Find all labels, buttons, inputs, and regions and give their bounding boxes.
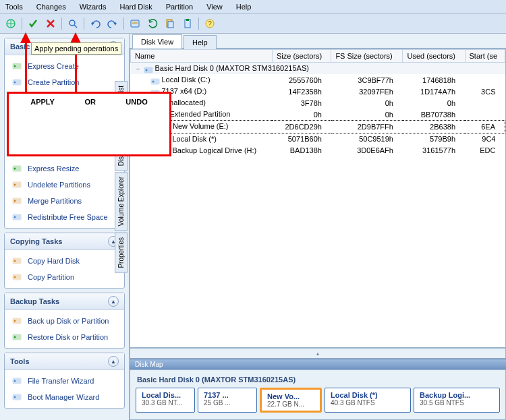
task-express-create[interactable]: Express Create: [5, 58, 124, 74]
partition-row[interactable]: 7137 x64 (D:) 14F2358h 32097FEh 1D174A7h…: [131, 86, 505, 97]
tb-btn-a[interactable]: [127, 16, 143, 32]
tb-btn-c[interactable]: [162, 16, 178, 32]
disk-map-block[interactable]: 7137 ...25 GB ...: [198, 388, 257, 413]
menu-view[interactable]: View: [204, 1, 225, 12]
tb-btn-b[interactable]: [144, 16, 161, 32]
task-express-resize[interactable]: Express Resize: [5, 160, 124, 177]
disk-map-header: Disk Map: [130, 359, 506, 369]
svg-point-28: [14, 336, 16, 338]
redo-button[interactable]: [105, 16, 121, 32]
task-copy-partition[interactable]: Copy Partition: [5, 269, 124, 285]
cell-used: 0h: [403, 97, 465, 109]
panel-tools: Tools ▲ File Transfer WizardBoot Manager…: [4, 353, 125, 409]
cell-start: 3CS: [465, 86, 505, 97]
panel-copying-header[interactable]: Copying Tasks ▲: [5, 233, 124, 250]
svg-point-14: [14, 168, 16, 170]
task-label: Back up Disk or Partition: [28, 317, 109, 325]
menu-tools[interactable]: Tools: [3, 1, 26, 12]
task-back-up-disk-or-partition[interactable]: Back up Disk or Partition: [5, 313, 124, 329]
cell-fs-size: 0h: [331, 97, 403, 109]
tab-properties[interactable]: Properties: [115, 233, 128, 273]
toolbar-btn-1[interactable]: [3, 16, 19, 32]
task-restore-disk-or-partition[interactable]: Restore Disk or Partition: [5, 329, 124, 345]
disk-map-block[interactable]: Backup Logi...30.5 GB NTFS: [414, 388, 500, 413]
cell-size: BAD138h: [272, 145, 331, 156]
task-redistribute-free-space[interactable]: Redistribute Free Space: [5, 209, 124, 225]
svg-point-12: [14, 82, 16, 84]
cell-start: 9C4: [465, 133, 505, 145]
partition-row[interactable]: Backup Logical Drive (H:) BAD138h 3D0E6A…: [131, 145, 505, 156]
hdd-icon: [143, 65, 152, 73]
tab-volume-explorer[interactable]: Volume Explorer: [115, 172, 128, 231]
task-merge-partitions[interactable]: Merge Partitions: [5, 193, 124, 209]
col-start-se[interactable]: Start (se: [465, 50, 505, 63]
clipboard-icon: [165, 18, 175, 29]
partition-row[interactable]: -Extended Partition 0h 0h BB70738h: [131, 109, 505, 121]
col-used-sectors-[interactable]: Used (sectors): [403, 50, 465, 63]
splitter-handle[interactable]: ▴: [130, 348, 506, 359]
tree-toggle[interactable]: −: [135, 65, 142, 72]
menu-hard-disk[interactable]: Hard Disk: [117, 1, 154, 12]
col-fs-size-sectors-[interactable]: FS Size (sectors): [331, 50, 403, 63]
disk-map-block[interactable]: Local Disk (*)40.3 GB NTFS: [325, 388, 411, 413]
svg-rect-6: [186, 19, 189, 21]
discard-button[interactable]: [43, 16, 59, 32]
help-icon: ?: [204, 18, 215, 29]
menu-changes[interactable]: Changes: [34, 1, 69, 12]
menu-help[interactable]: Help: [233, 1, 254, 12]
cell-start: [465, 109, 505, 121]
task-undelete-partitions[interactable]: Undelete Partitions: [5, 177, 124, 193]
tab-help[interactable]: Help: [184, 35, 217, 49]
panel-copying-title: Copying Tasks: [10, 237, 62, 245]
partition-row[interactable]: Local Disk (*) 5071B60h 50C9519h 579B9h …: [131, 133, 505, 145]
disk-map-block[interactable]: Local Dis...30.3 GB NT...: [136, 388, 195, 413]
block-title: Local Dis...: [142, 391, 189, 399]
task-label: Undelete Partitions: [28, 181, 90, 189]
menu-partition[interactable]: Partition: [163, 1, 196, 12]
disk-name: Basic Hard Disk 0 (MAXTOR STM3160215AS): [155, 64, 309, 72]
partition-row[interactable]: Local Disk (C:) 2555760h 3C9BF77h 174681…: [131, 74, 505, 86]
menu-wizards[interactable]: Wizards: [77, 1, 109, 12]
annotation-line-apply: [25, 42, 27, 92]
chevron-up-icon[interactable]: ▲: [108, 296, 119, 307]
task-file-transfer-wizard[interactable]: File Transfer Wizard: [5, 373, 124, 389]
partition-grid[interactable]: NameSize (sectors)FS Size (sectors)Used …: [130, 49, 506, 348]
chevron-up-icon[interactable]: ▲: [108, 356, 119, 367]
svg-point-22: [14, 260, 16, 262]
disk-map-title: Basic Hard Disk 0 (MAXTOR STM3160215AS): [134, 374, 501, 385]
cell-fs-size: 0h: [331, 109, 403, 121]
tab-disk-view[interactable]: Disk View: [132, 34, 182, 49]
task-create-partition[interactable]: Create Partition: [5, 74, 124, 90]
block-size: 30.3 GB NT...: [142, 399, 189, 407]
cell-start: [465, 97, 505, 109]
panel-tools-header[interactable]: Tools ▲: [5, 353, 124, 370]
task-boot-manager-wizard[interactable]: Boot Manager Wizard: [5, 389, 124, 405]
partition-row[interactable]: (Unallocated) 3F78h 0h 0h: [131, 97, 505, 109]
view-changes-button[interactable]: [65, 16, 81, 32]
undo-button[interactable]: [87, 16, 103, 32]
task-label: Copy Hard Disk: [28, 257, 80, 265]
disk-row[interactable]: −Basic Hard Disk 0 (MAXTOR STM3160215AS): [131, 63, 505, 75]
task-label: Express Resize: [28, 164, 79, 173]
partition-row[interactable]: New Volume (E:) 2D6CD29h 2D9B7FFh 2B638h…: [131, 121, 505, 133]
panel-backup-header[interactable]: Backup Tasks ▲: [5, 293, 124, 310]
tb-btn-d[interactable]: [179, 16, 196, 32]
task-copy-hard-disk[interactable]: Copy Hard Disk: [5, 253, 124, 269]
col-name[interactable]: Name: [131, 50, 273, 63]
apply-button[interactable]: [25, 16, 41, 32]
cell-size: 2D6CD29h: [272, 121, 331, 133]
create-partition-icon: [11, 77, 22, 88]
panel-backup: Backup Tasks ▲ Back up Disk or Partition…: [4, 293, 125, 349]
cell-start: [465, 74, 505, 86]
disk-map-block[interactable]: New Vo...22.7 GB N...: [260, 388, 322, 413]
magnifier-icon: [67, 18, 78, 29]
backup-icon: [11, 316, 22, 326]
cell-start: EDC: [465, 145, 505, 156]
cell-size: 0h: [272, 109, 331, 121]
col-size-sectors-[interactable]: Size (sectors): [272, 50, 331, 63]
x-icon: [45, 18, 56, 29]
grip-icon: ▴: [316, 351, 319, 357]
block-title: 7137 ...: [204, 391, 251, 399]
annotation-apply: APPLY: [30, 98, 55, 150]
help-button[interactable]: ?: [202, 16, 218, 32]
